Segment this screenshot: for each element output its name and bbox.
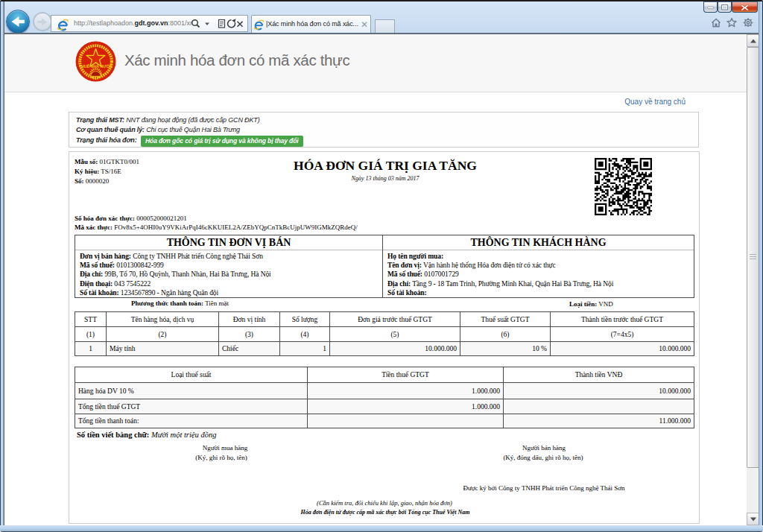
svg-text:THUẾ NHÀ NƯỚC: THUẾ NHÀ NƯỚC: [79, 63, 113, 69]
